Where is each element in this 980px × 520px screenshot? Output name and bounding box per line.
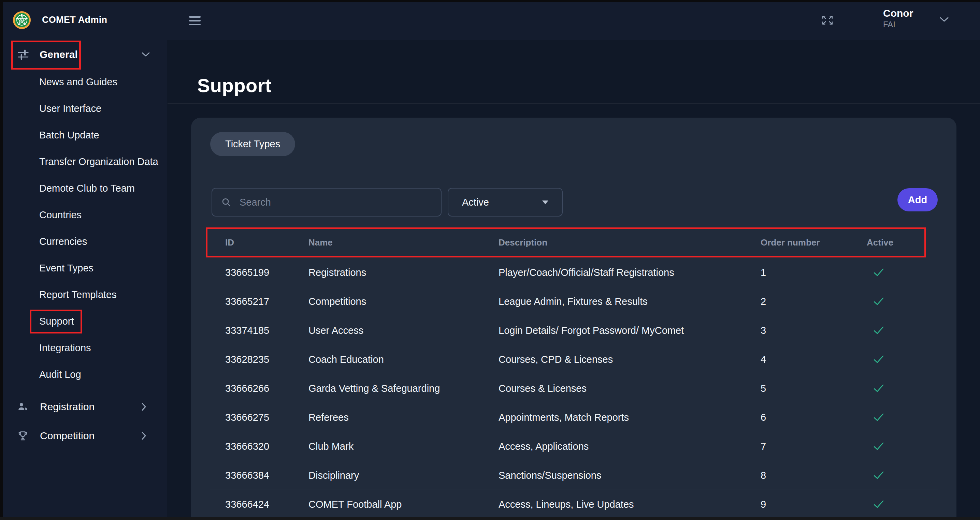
add-button[interactable]: Add (897, 188, 938, 211)
table-row[interactable]: 33666266Garda Vetting & SafeguardingCour… (210, 374, 938, 403)
cell-id: 33666384 (225, 470, 309, 481)
search-input[interactable] (239, 197, 441, 208)
cell-id: 33665217 (225, 296, 309, 307)
sidebar-item-label: Audit Log (39, 369, 81, 380)
sidebar-item-news-and-guides[interactable]: News and Guides (0, 68, 167, 95)
table-row[interactable]: 33665199RegistrationsPlayer/Coach/Offici… (210, 258, 938, 287)
people-icon (17, 401, 29, 412)
sidebar-item-label: Support (39, 316, 74, 327)
cell-id: 33374185 (225, 325, 309, 336)
sidebar-item-audit-log[interactable]: Audit Log (0, 361, 167, 388)
check-icon (873, 326, 885, 335)
column-header-order-number: Order number (760, 237, 867, 248)
cell-name: Disciplinary (309, 470, 498, 481)
fullscreen-button[interactable] (821, 14, 834, 26)
cell-description: Access, Applications (498, 441, 760, 452)
sidebar-item-integrations[interactable]: Integrations (0, 335, 167, 361)
check-icon (873, 296, 885, 306)
user-organization: FAI (883, 20, 913, 29)
magnifier-icon (221, 197, 231, 207)
table-row[interactable]: 33628235Coach EducationCourses, CPD & Li… (210, 345, 938, 374)
screen-edge-bottom (0, 517, 980, 520)
chevron-down-icon (940, 17, 948, 22)
ticket-types-panel: Ticket Types Active Add ID Name Descript… (191, 117, 956, 520)
table-row[interactable]: 33665217CompetitionsLeague Admin, Fixtur… (210, 287, 938, 316)
cell-id: 33666275 (225, 412, 309, 423)
user-menu[interactable]: Conor FAI (883, 8, 913, 29)
cell-name: Competitions (309, 296, 498, 307)
cell-active (867, 384, 938, 393)
cell-description: Courses, CPD & Licenses (498, 354, 760, 365)
menu-toggle-button[interactable] (189, 16, 200, 25)
cell-description: League Admin, Fixtures & Results (498, 296, 760, 307)
check-icon (873, 442, 885, 451)
column-header-active: Active (867, 237, 938, 248)
user-menu-button[interactable] (940, 17, 948, 22)
fullscreen-expand-icon (821, 14, 834, 26)
cell-id: 33665199 (225, 267, 309, 278)
table-row[interactable]: 33666424COMET Football AppAccess, Lineup… (210, 490, 938, 519)
sidebar-item-competition[interactable]: Competition (0, 422, 167, 450)
comet-globe-logo (13, 11, 31, 29)
cell-name: Registrations (309, 267, 498, 278)
check-icon (873, 412, 885, 422)
sidebar-item-user-interface[interactable]: User Interface (0, 95, 167, 122)
cell-id: 33628235 (225, 354, 309, 365)
table-body: 33665199RegistrationsPlayer/Coach/Offici… (210, 258, 938, 519)
cell-id: 33666266 (225, 383, 309, 394)
sidebar-item-batch-update[interactable]: Batch Update (0, 122, 167, 148)
sidebar-item-transfer-organization-data[interactable]: Transfer Organization Data (0, 148, 167, 175)
cell-order-number: 5 (760, 383, 867, 394)
brand: COMET Admin (0, 0, 167, 40)
sidebar-item-label: Demote Club to Team (39, 183, 135, 194)
cell-active (867, 471, 938, 480)
hamburger-icon (189, 16, 200, 18)
sidebar: COMET Admin General News and GuidesUser … (0, 0, 167, 520)
cell-name: Garda Vetting & Safeguarding (309, 383, 498, 394)
cell-active (867, 326, 938, 335)
cell-description: Courses & Licenses (498, 383, 760, 394)
cell-active (867, 296, 938, 306)
sidebar-item-support[interactable]: Support (0, 308, 167, 335)
sidebar-item-demote-club-to-team[interactable]: Demote Club to Team (0, 175, 167, 201)
column-header-description: Description (498, 237, 760, 248)
sidebar-item-label: Transfer Organization Data (39, 156, 158, 167)
cell-order-number: 8 (760, 470, 867, 481)
screen-edge-left (0, 0, 3, 520)
sidebar-item-label: Currencies (39, 236, 87, 247)
sidebar-item-label: User Interface (39, 103, 101, 114)
search-box (212, 188, 442, 217)
column-header-name: Name (309, 237, 498, 248)
sidebar-item-label: Registration (40, 401, 94, 412)
sidebar-item-countries[interactable]: Countries (0, 201, 167, 228)
sidebar-item-registration[interactable]: Registration (0, 393, 167, 421)
cell-order-number: 4 (760, 354, 867, 365)
ticket-types-table: ID Name Description Order number Active … (210, 227, 938, 519)
sidebar-item-event-types[interactable]: Event Types (0, 255, 167, 281)
active-filter-select[interactable]: Active (448, 188, 563, 217)
tab-ticket-types[interactable]: Ticket Types (210, 132, 295, 156)
cell-description: Appointments, Match Reports (498, 412, 760, 423)
cell-order-number: 2 (760, 296, 867, 307)
chevron-right-icon (142, 403, 146, 411)
cell-description: Access, Lineups, Live Updates (498, 499, 760, 510)
check-icon (873, 384, 885, 393)
cell-active (867, 499, 938, 509)
table-row[interactable]: 33374185User AccessLogin Details/ Forgot… (210, 316, 938, 345)
sidebar-item-label: General (40, 49, 78, 60)
sidebar-item-report-templates[interactable]: Report Templates (0, 281, 167, 308)
cell-name: Club Mark (309, 441, 498, 452)
table-row[interactable]: 33666320Club MarkAccess, Applications7 (210, 432, 938, 461)
sidebar-item-general[interactable]: General (0, 40, 167, 69)
sidebar-item-label: Batch Update (39, 130, 99, 141)
cell-id: 33666424 (225, 499, 309, 510)
sidebar-item-label: News and Guides (39, 76, 118, 88)
table-row[interactable]: 33666275RefereesAppointments, Match Repo… (210, 403, 938, 432)
check-icon (873, 355, 885, 364)
table-row[interactable]: 33666384DisciplinarySanctions/Suspension… (210, 461, 938, 490)
page-title: Support (197, 75, 272, 97)
cell-name: COMET Football App (309, 499, 498, 510)
sidebar-item-label: Countries (39, 209, 81, 220)
sidebar-item-currencies[interactable]: Currencies (0, 228, 167, 255)
sidebar-item-label: Report Templates (39, 289, 117, 300)
